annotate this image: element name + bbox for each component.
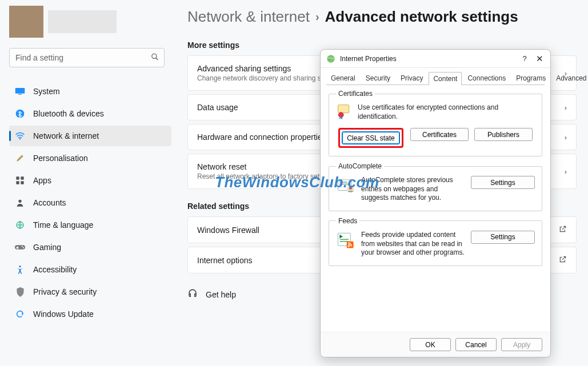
svg-rect-6 (16, 176, 19, 179)
chevron-right-icon: › (315, 10, 319, 23)
sidebar-item-label: Apps (33, 176, 51, 185)
svg-point-26 (349, 187, 352, 190)
tab-security[interactable]: Security (361, 71, 395, 85)
tab-content[interactable]: Content (429, 72, 462, 85)
dialog-titlebar[interactable]: Internet Properties ? ✕ (321, 50, 550, 68)
tab-connections[interactable]: Connections (463, 71, 510, 85)
nav-list: System Bluetooth & devices Network & int… (9, 81, 171, 324)
dialog-tabs: General Security Privacy Content Connect… (321, 68, 550, 85)
svg-rect-20 (338, 105, 349, 113)
chevron-right-icon: › (565, 133, 567, 142)
svg-point-14 (23, 247, 24, 248)
svg-rect-16 (16, 247, 19, 248)
card-subtitle: Reset all network adaptors to factory se… (197, 172, 334, 180)
chevron-right-icon: › (565, 167, 567, 176)
sidebar-item-gaming[interactable]: Gaming (9, 237, 171, 258)
dialog-footer: OK Cancel Apply (321, 332, 550, 357)
tab-advanced[interactable]: Advanced (551, 71, 588, 85)
cancel-button[interactable]: Cancel (455, 338, 497, 351)
help-button[interactable]: ? (517, 54, 532, 63)
svg-rect-28 (347, 242, 354, 248)
card-title: Network reset (197, 162, 334, 171)
shield-icon (15, 287, 25, 297)
publishers-button[interactable]: Publishers (474, 128, 533, 141)
sidebar-item-apps[interactable]: Apps (9, 170, 171, 191)
svg-rect-3 (18, 94, 22, 95)
bluetooth-icon (15, 108, 25, 119)
dialog-title: Internet Properties (340, 55, 517, 63)
svg-rect-9 (21, 181, 23, 184)
sidebar-item-network[interactable]: Network & internet (9, 126, 171, 146)
sidebar-item-privacy[interactable]: Privacy & security (9, 281, 171, 302)
help-label: Get help (206, 290, 236, 299)
apply-button[interactable]: Apply (501, 338, 542, 351)
sidebar-item-label: Gaming (33, 243, 61, 252)
clear-ssl-state-button[interactable]: Clear SSL state (342, 131, 400, 144)
sidebar-item-windows-update[interactable]: Windows Update (9, 304, 171, 324)
tab-privacy[interactable]: Privacy (396, 71, 427, 85)
svg-rect-8 (16, 181, 19, 184)
certificates-button[interactable]: Certificates (410, 128, 469, 141)
svg-point-17 (19, 266, 21, 267)
paintbrush-icon (15, 153, 25, 163)
svg-point-18 (327, 55, 334, 62)
svg-point-5 (19, 138, 21, 139)
card-title: Windows Firewall (197, 226, 259, 235)
internet-options-icon (326, 54, 335, 63)
chevron-right-icon: › (565, 103, 567, 112)
autocomplete-legend: AutoComplete (336, 162, 384, 170)
apps-grid-icon (15, 175, 25, 186)
search-wrap (9, 48, 165, 67)
svg-rect-7 (21, 176, 23, 179)
sidebar-item-bluetooth[interactable]: Bluetooth & devices (9, 103, 171, 124)
sidebar-item-label: Windows Update (33, 309, 94, 319)
person-icon (15, 198, 25, 208)
feeds-settings-button[interactable]: Settings (471, 231, 535, 244)
sidebar-item-accessibility[interactable]: Accessibility (9, 259, 171, 280)
svg-rect-23 (339, 182, 347, 183)
external-link-icon (559, 255, 567, 265)
sidebar-item-accounts[interactable]: Accounts (9, 192, 171, 213)
feeds-desc: Feeds provide updated content from websi… (361, 231, 465, 258)
sidebar-item-system[interactable]: System (9, 81, 171, 102)
card-title: Data usage (197, 103, 238, 112)
svg-point-19 (329, 59, 330, 61)
sidebar-item-personalisation[interactable]: Personalisation (9, 148, 171, 168)
profile-block[interactable] (9, 6, 171, 38)
avatar (9, 6, 43, 38)
autocomplete-group: AutoComplete AutoComplete stores previou… (329, 162, 542, 211)
external-link-icon (559, 225, 567, 235)
sidebar-item-label: Bluetooth & devices (33, 109, 104, 118)
wifi-icon (15, 131, 25, 141)
feeds-icon (336, 231, 355, 250)
breadcrumb: Network & internet › Advanced network se… (187, 8, 577, 26)
headset-icon (187, 288, 198, 301)
profile-name-redacted (48, 10, 117, 33)
certificates-desc: Use certificates for encrypted connectio… (358, 103, 535, 121)
card-title: Hardware and connection properties (197, 132, 326, 142)
tab-programs[interactable]: Programs (511, 71, 550, 85)
sidebar-item-label: Accounts (33, 198, 66, 207)
annotation-highlight: Clear SSL state (338, 128, 403, 148)
tab-general[interactable]: General (326, 71, 360, 85)
close-button[interactable]: ✕ (532, 54, 547, 64)
sidebar-item-time-language[interactable]: Time & language (9, 215, 171, 235)
section-more-settings: More settings (187, 41, 577, 50)
breadcrumb-current: Advanced network settings (325, 8, 518, 26)
autocomplete-desc: AutoComplete stores previous entries on … (361, 176, 465, 203)
svg-rect-24 (339, 184, 349, 185)
breadcrumb-parent[interactable]: Network & internet (187, 8, 310, 26)
certificates-group: Certificates Use certificates for encryp… (329, 90, 542, 156)
autocomplete-settings-button[interactable]: Settings (471, 176, 535, 189)
svg-point-29 (348, 246, 350, 247)
sidebar-item-label: Privacy & security (33, 287, 97, 296)
card-title: Internet options (197, 256, 253, 265)
svg-point-13 (22, 246, 23, 247)
search-input[interactable] (9, 48, 165, 67)
certificates-legend: Certificates (336, 90, 375, 98)
svg-rect-2 (15, 88, 25, 94)
sidebar-item-label: Accessibility (33, 265, 77, 274)
feeds-group: Feeds Feeds provide updated content from… (329, 217, 542, 266)
feeds-legend: Feeds (336, 217, 359, 225)
ok-button[interactable]: OK (410, 338, 451, 351)
